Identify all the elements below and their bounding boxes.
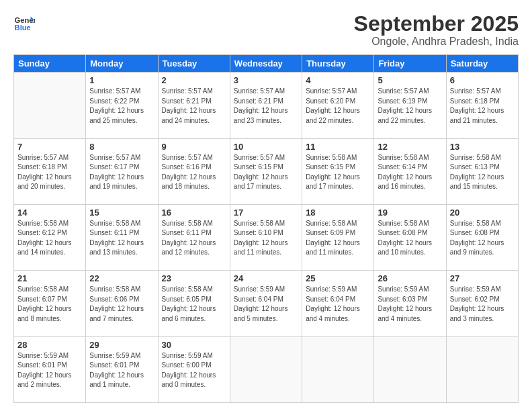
day-number: 29 [89, 340, 154, 350]
week-row-0: 1Sunrise: 5:57 AMSunset: 6:22 PMDaylight… [14, 73, 519, 138]
day-info: Sunrise: 5:57 AMSunset: 6:22 PMDaylight:… [89, 87, 154, 126]
day-info: Sunrise: 5:57 AMSunset: 6:18 PMDaylight:… [450, 87, 515, 126]
day-number: 24 [234, 273, 298, 283]
calendar-cell [230, 336, 302, 402]
calendar-cell: 7Sunrise: 5:57 AMSunset: 6:18 PMDaylight… [14, 138, 86, 204]
day-info: Sunrise: 5:58 AMSunset: 6:11 PMDaylight:… [89, 219, 154, 258]
day-info: Sunrise: 5:57 AMSunset: 6:15 PMDaylight:… [234, 153, 298, 192]
calendar-cell: 3Sunrise: 5:57 AMSunset: 6:21 PMDaylight… [230, 73, 302, 138]
calendar-cell: 22Sunrise: 5:58 AMSunset: 6:06 PMDayligh… [86, 271, 158, 336]
day-number: 5 [378, 75, 442, 85]
day-number: 8 [89, 142, 154, 152]
calendar-cell: 4Sunrise: 5:57 AMSunset: 6:20 PMDaylight… [302, 73, 374, 138]
day-number: 22 [89, 273, 154, 283]
day-header-thursday: Thursday [302, 55, 374, 73]
calendar-cell [14, 73, 86, 138]
day-info: Sunrise: 5:59 AMSunset: 6:00 PMDaylight:… [162, 351, 226, 390]
calendar-cell: 10Sunrise: 5:57 AMSunset: 6:15 PMDayligh… [230, 138, 302, 204]
calendar-cell [374, 336, 446, 402]
calendar-cell: 16Sunrise: 5:58 AMSunset: 6:11 PMDayligh… [158, 204, 230, 270]
day-number: 16 [162, 208, 226, 218]
day-info: Sunrise: 5:59 AMSunset: 6:01 PMDaylight:… [89, 351, 154, 390]
day-info: Sunrise: 5:57 AMSunset: 6:21 PMDaylight:… [234, 87, 298, 126]
day-number: 10 [234, 142, 298, 152]
logo: General Blue [13, 12, 35, 34]
day-info: Sunrise: 5:57 AMSunset: 6:19 PMDaylight:… [378, 87, 442, 126]
day-info: Sunrise: 5:57 AMSunset: 6:17 PMDaylight:… [89, 153, 154, 192]
day-number: 12 [378, 142, 442, 152]
day-info: Sunrise: 5:58 AMSunset: 6:12 PMDaylight:… [17, 219, 82, 258]
calendar-cell: 19Sunrise: 5:58 AMSunset: 6:08 PMDayligh… [374, 204, 446, 270]
day-number: 20 [450, 208, 515, 218]
calendar-cell: 26Sunrise: 5:59 AMSunset: 6:03 PMDayligh… [374, 271, 446, 336]
calendar-cell: 27Sunrise: 5:59 AMSunset: 6:02 PMDayligh… [446, 271, 518, 336]
calendar-table: SundayMondayTuesdayWednesdayThursdayFrid… [13, 54, 519, 403]
day-info: Sunrise: 5:58 AMSunset: 6:06 PMDaylight:… [89, 285, 154, 324]
day-number: 7 [17, 142, 82, 152]
day-info: Sunrise: 5:58 AMSunset: 6:13 PMDaylight:… [450, 153, 515, 192]
day-header-wednesday: Wednesday [230, 55, 302, 73]
day-number: 28 [17, 340, 82, 350]
day-number: 4 [306, 75, 370, 85]
day-info: Sunrise: 5:58 AMSunset: 6:05 PMDaylight:… [162, 285, 226, 324]
calendar-page: General Blue September 2025 Ongole, Andh… [0, 0, 532, 411]
day-number: 11 [306, 142, 370, 152]
week-row-2: 14Sunrise: 5:58 AMSunset: 6:12 PMDayligh… [14, 204, 519, 270]
day-number: 25 [306, 273, 370, 283]
calendar-cell: 25Sunrise: 5:59 AMSunset: 6:04 PMDayligh… [302, 271, 374, 336]
day-number: 9 [162, 142, 226, 152]
calendar-cell [446, 336, 518, 402]
calendar-cell: 15Sunrise: 5:58 AMSunset: 6:11 PMDayligh… [86, 204, 158, 270]
day-info: Sunrise: 5:58 AMSunset: 6:07 PMDaylight:… [17, 285, 82, 324]
week-row-1: 7Sunrise: 5:57 AMSunset: 6:18 PMDaylight… [14, 138, 519, 204]
calendar-cell: 1Sunrise: 5:57 AMSunset: 6:22 PMDaylight… [86, 73, 158, 138]
day-number: 13 [450, 142, 515, 152]
logo-icon: General Blue [13, 12, 35, 34]
calendar-cell: 12Sunrise: 5:58 AMSunset: 6:14 PMDayligh… [374, 138, 446, 204]
title-block: September 2025 Ongole, Andhra Pradesh, I… [354, 12, 519, 48]
calendar-cell: 18Sunrise: 5:58 AMSunset: 6:09 PMDayligh… [302, 204, 374, 270]
day-number: 2 [162, 75, 226, 85]
calendar-cell: 5Sunrise: 5:57 AMSunset: 6:19 PMDaylight… [374, 73, 446, 138]
calendar-cell: 20Sunrise: 5:58 AMSunset: 6:08 PMDayligh… [446, 204, 518, 270]
day-number: 21 [17, 273, 82, 283]
day-info: Sunrise: 5:58 AMSunset: 6:11 PMDaylight:… [162, 219, 226, 258]
calendar-cell: 13Sunrise: 5:58 AMSunset: 6:13 PMDayligh… [446, 138, 518, 204]
day-info: Sunrise: 5:59 AMSunset: 6:02 PMDaylight:… [450, 285, 515, 324]
calendar-cell: 14Sunrise: 5:58 AMSunset: 6:12 PMDayligh… [14, 204, 86, 270]
calendar-cell: 24Sunrise: 5:59 AMSunset: 6:04 PMDayligh… [230, 271, 302, 336]
calendar-cell: 6Sunrise: 5:57 AMSunset: 6:18 PMDaylight… [446, 73, 518, 138]
calendar-cell: 21Sunrise: 5:58 AMSunset: 6:07 PMDayligh… [14, 271, 86, 336]
calendar-cell: 8Sunrise: 5:57 AMSunset: 6:17 PMDaylight… [86, 138, 158, 204]
day-number: 17 [234, 208, 298, 218]
day-info: Sunrise: 5:59 AMSunset: 6:04 PMDaylight:… [306, 285, 370, 324]
day-number: 14 [17, 208, 82, 218]
day-header-saturday: Saturday [446, 55, 518, 73]
day-info: Sunrise: 5:58 AMSunset: 6:15 PMDaylight:… [306, 153, 370, 192]
calendar-cell: 11Sunrise: 5:58 AMSunset: 6:15 PMDayligh… [302, 138, 374, 204]
day-number: 15 [89, 208, 154, 218]
day-info: Sunrise: 5:59 AMSunset: 6:04 PMDaylight:… [234, 285, 298, 324]
calendar-cell [302, 336, 374, 402]
day-header-tuesday: Tuesday [158, 55, 230, 73]
day-info: Sunrise: 5:57 AMSunset: 6:18 PMDaylight:… [17, 153, 82, 192]
day-number: 3 [234, 75, 298, 85]
calendar-cell: 9Sunrise: 5:57 AMSunset: 6:16 PMDaylight… [158, 138, 230, 204]
day-info: Sunrise: 5:58 AMSunset: 6:10 PMDaylight:… [234, 219, 298, 258]
week-row-3: 21Sunrise: 5:58 AMSunset: 6:07 PMDayligh… [14, 271, 519, 336]
week-row-4: 28Sunrise: 5:59 AMSunset: 6:01 PMDayligh… [14, 336, 519, 402]
day-info: Sunrise: 5:58 AMSunset: 6:08 PMDaylight:… [450, 219, 515, 258]
calendar-title: September 2025 [354, 12, 519, 36]
day-info: Sunrise: 5:58 AMSunset: 6:09 PMDaylight:… [306, 219, 370, 258]
calendar-cell: 30Sunrise: 5:59 AMSunset: 6:00 PMDayligh… [158, 336, 230, 402]
calendar-cell: 23Sunrise: 5:58 AMSunset: 6:05 PMDayligh… [158, 271, 230, 336]
day-number: 19 [378, 208, 442, 218]
day-number: 18 [306, 208, 370, 218]
day-header-friday: Friday [374, 55, 446, 73]
day-number: 30 [162, 340, 226, 350]
calendar-cell: 2Sunrise: 5:57 AMSunset: 6:21 PMDaylight… [158, 73, 230, 138]
day-header-row: SundayMondayTuesdayWednesdayThursdayFrid… [14, 55, 519, 73]
day-number: 26 [378, 273, 442, 283]
day-info: Sunrise: 5:57 AMSunset: 6:16 PMDaylight:… [162, 153, 226, 192]
calendar-cell: 29Sunrise: 5:59 AMSunset: 6:01 PMDayligh… [86, 336, 158, 402]
